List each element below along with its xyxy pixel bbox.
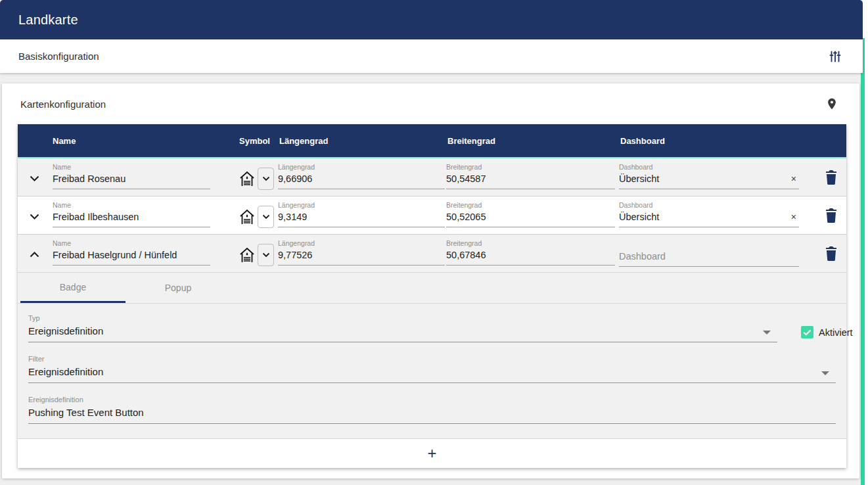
symbol-picker[interactable] [239,206,274,228]
pool-house-icon [239,246,256,264]
check-icon [803,329,811,336]
vertical-scrollbar[interactable] [861,38,865,485]
laengengrad-field-value[interactable]: 9,3149 [278,212,445,227]
ereignisdefinition-label: Ereignisdefinition [28,396,836,404]
expand-row-button[interactable] [23,205,45,227]
plus-icon: + [427,446,436,461]
breitengrad-field-label: Breitengrad [446,163,615,171]
name-field-value[interactable]: Freibad Ilbeshausen [53,212,210,227]
chevron-down-icon [262,252,270,258]
breitengrad-field[interactable]: Breitengrad 50,54587 [446,163,615,189]
clear-dashboard-icon[interactable]: × [791,173,796,184]
table-row: Name Freibad Haselgrund / Hünfeld Längen… [18,235,846,273]
aktiviert-label: Aktiviert [819,327,853,338]
laengengrad-field[interactable]: Längengrad 9,77526 [278,239,445,266]
chevron-up-icon [30,252,39,258]
dashboard-field-label: Dashboard [619,163,799,171]
ereignisdefinition-field[interactable]: Ereignisdefinition Pushing Test Event Bu… [28,396,836,424]
laengengrad-field-value[interactable]: 9,66906 [278,173,445,189]
tab-popup[interactable]: Popup [126,273,231,303]
dashboard-field[interactable]: Dashboard [619,239,799,267]
kartenkonfiguration-card: Kartenkonfiguration Name Symbol Längengr… [2,83,859,478]
delete-row-button[interactable] [822,168,840,187]
table-row: Name Freibad Rosenau Längengrad 9,66906 [18,158,846,196]
badge-tab-content: Typ Ereignisdefinition Aktiviert Filter … [18,304,846,438]
tab-badge[interactable]: Badge [20,273,126,303]
name-field-label: Name [53,239,210,247]
symbol-dropdown-button[interactable] [258,168,274,190]
name-field-value[interactable]: Freibad Rosenau [53,173,210,189]
symbol-picker[interactable] [239,244,274,266]
dashboard-field-value[interactable]: Übersicht× [619,173,799,189]
card-title-row: Kartenkonfiguration [2,83,859,124]
kartenkonfiguration-title: Kartenkonfiguration [20,99,821,110]
breitengrad-field[interactable]: Breitengrad 50,67846 [446,239,615,266]
aktiviert-checkbox[interactable] [801,326,813,338]
typ-label: Typ [28,314,777,322]
symbol-dropdown-button[interactable] [258,206,274,228]
laengengrad-field[interactable]: Längengrad 9,66906 [278,163,445,189]
delete-row-button[interactable] [822,244,840,263]
ereignisdefinition-value[interactable]: Pushing Test Event Button [28,407,836,424]
name-field[interactable]: Name Freibad Rosenau [53,163,210,189]
dashboard-field-placeholder[interactable]: Dashboard [619,251,799,267]
collapse-row-button[interactable] [23,243,45,266]
detail-tabs: Badge Popup [18,273,846,303]
breitengrad-field-value[interactable]: 50,67846 [446,250,615,266]
typ-value[interactable]: Ereignisdefinition [28,325,777,342]
dropdown-arrow-icon[interactable] [821,371,829,375]
breitengrad-field-value[interactable]: 50,52065 [446,212,615,227]
breitengrad-field-label: Breitengrad [446,239,615,247]
chevron-down-icon [30,214,39,219]
name-field[interactable]: Name Freibad Ilbeshausen [53,201,210,227]
symbol-picker[interactable] [239,168,274,190]
breitengrad-field-value[interactable]: 50,54587 [446,173,615,189]
trash-icon [825,246,838,261]
filter-value[interactable]: Ereignisdefinition [28,366,836,383]
chevron-down-icon [262,176,270,181]
aktiviert-checkbox-row[interactable]: Aktiviert [801,326,853,338]
dashboard-field[interactable]: Dashboard Übersicht× [619,163,799,189]
name-field[interactable]: Name Freibad Haselgrund / Hünfeld [53,239,210,266]
map-points-table: Name Symbol Längengrad Breitengrad Dashb… [18,124,846,468]
column-header-symbol: Symbol [239,136,270,146]
laengengrad-field[interactable]: Längengrad 9,3149 [278,201,445,227]
pool-house-icon [239,170,256,188]
symbol-dropdown-button[interactable] [258,244,274,266]
delete-row-button[interactable] [822,206,840,225]
dashboard-field-value[interactable]: Übersicht× [619,212,799,227]
column-header-dashboard: Dashboard [620,136,665,146]
map-pin-icon[interactable] [821,93,842,114]
row-detail-panel: Badge Popup Typ Ereignisdefinition Aktiv… [18,273,846,439]
chevron-down-icon [262,214,270,219]
trash-icon [825,208,838,223]
column-header-laengengrad: Längengrad [279,136,328,146]
basiskonfiguration-title: Basiskonfiguration [18,51,825,62]
dashboard-field-label: Dashboard [619,201,799,209]
breitengrad-field-label: Breitengrad [446,201,615,209]
typ-select[interactable]: Typ Ereignisdefinition Aktiviert [28,314,777,342]
app-header: Landkarte [0,0,863,39]
tune-vertical-icon[interactable] [825,46,846,67]
column-header-name: Name [53,136,76,146]
laengengrad-field-value[interactable]: 9,77526 [278,250,445,266]
pool-house-icon [239,208,256,226]
table-header: Name Symbol Längengrad Breitengrad Dashb… [18,124,846,158]
filter-label: Filter [28,355,836,363]
dashboard-field[interactable]: Dashboard Übersicht× [619,201,799,227]
table-row: Name Freibad Ilbeshausen Längengrad 9,31… [18,196,846,235]
name-field-value[interactable]: Freibad Haselgrund / Hünfeld [53,250,210,266]
filter-select[interactable]: Filter Ereignisdefinition [28,355,836,383]
breitengrad-field[interactable]: Breitengrad 50,52065 [446,201,615,227]
laengengrad-field-label: Längengrad [278,201,445,209]
chevron-down-icon [30,175,39,181]
laengengrad-field-label: Längengrad [278,239,445,247]
name-field-label: Name [53,201,210,209]
name-field-label: Name [53,163,210,171]
laengengrad-field-label: Längengrad [278,163,445,171]
add-row-button[interactable]: + [18,439,846,468]
section-basiskonfiguration: Basiskonfiguration [0,39,863,73]
expand-row-button[interactable] [23,167,45,189]
dropdown-arrow-icon[interactable] [763,331,771,335]
clear-dashboard-icon[interactable]: × [791,212,796,222]
